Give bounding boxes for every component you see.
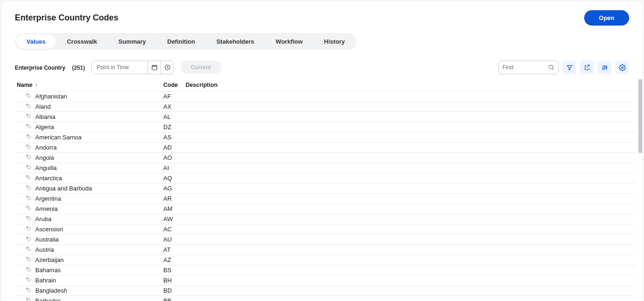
row-code: AT: [160, 245, 182, 255]
tag-icon: [26, 205, 32, 212]
table-row[interactable]: AnguillaAI: [15, 163, 636, 173]
table-row[interactable]: AngolaAO: [15, 153, 636, 163]
sort-asc-icon: ↑: [35, 82, 38, 88]
row-name: Algeria: [35, 124, 54, 131]
tag-icon: [26, 164, 32, 171]
svg-point-16: [27, 186, 28, 187]
clock-icon[interactable]: [161, 61, 174, 74]
svg-point-14: [27, 166, 28, 166]
tab-crosswalk[interactable]: Crosswalk: [57, 34, 107, 49]
table-row[interactable]: BahamasBS: [15, 265, 636, 275]
table-row[interactable]: American SamoaAS: [15, 132, 636, 143]
tag-icon: [26, 195, 32, 202]
table-row[interactable]: ArubaAW: [15, 214, 636, 224]
tab-workflow[interactable]: Workflow: [265, 34, 313, 49]
svg-point-19: [27, 217, 28, 217]
row-description: [182, 173, 636, 183]
row-code: AI: [160, 163, 182, 173]
tag-icon: [26, 297, 32, 301]
open-button[interactable]: Open: [584, 10, 629, 26]
row-name: Angola: [35, 154, 54, 161]
row-code: AG: [160, 183, 182, 194]
row-code: DZ: [160, 122, 182, 132]
row-description: [182, 183, 636, 194]
tab-values[interactable]: Values: [16, 34, 56, 49]
current-button[interactable]: Current: [180, 61, 221, 74]
tag-icon: [26, 93, 32, 100]
row-code: AO: [160, 153, 182, 163]
table-row[interactable]: ArgentinaAR: [15, 194, 636, 204]
table-row[interactable]: AlandAX: [15, 102, 636, 112]
row-description: [182, 122, 636, 132]
table-wrap: Name ↑ Code Description AfghanistanAFAla…: [2, 79, 642, 301]
row-code: AC: [160, 224, 182, 235]
svg-point-25: [27, 278, 28, 279]
row-name: Anguilla: [35, 164, 57, 171]
row-description: [182, 194, 636, 204]
table-row[interactable]: Antigua and BarbudaAG: [15, 183, 636, 194]
row-code: BB: [160, 296, 182, 301]
row-code: AD: [160, 143, 182, 153]
search-icon: [548, 64, 554, 71]
row-name: Aruba: [35, 216, 52, 222]
row-name: Barbados: [35, 297, 61, 301]
table-row[interactable]: BahrainBH: [15, 275, 636, 286]
table-row[interactable]: AfghanistanAF: [15, 92, 636, 102]
svg-point-24: [27, 268, 28, 268]
svg-point-13: [27, 156, 28, 156]
row-name: Bahamas: [35, 267, 61, 274]
col-header-code[interactable]: Code: [160, 79, 182, 92]
find-input[interactable]: [502, 64, 548, 71]
table-row[interactable]: BarbadosBB: [15, 296, 636, 301]
table-row[interactable]: AscensionAC: [15, 224, 636, 235]
row-description: [182, 275, 636, 286]
row-description: [182, 214, 636, 224]
row-name: Afghanistan: [35, 93, 67, 100]
entity-count: (251): [72, 65, 85, 71]
scrollbar[interactable]: [638, 79, 642, 153]
svg-point-11: [27, 135, 28, 136]
filter-button[interactable]: [562, 60, 576, 74]
table-row[interactable]: AzerbaijanAZ: [15, 255, 636, 265]
svg-point-2: [549, 65, 553, 69]
col-header-description[interactable]: Description: [182, 79, 636, 92]
table-row[interactable]: AntarcticaAQ: [15, 173, 636, 183]
tab-definition[interactable]: Definition: [157, 34, 206, 49]
svg-point-23: [27, 258, 28, 258]
find-box[interactable]: [498, 60, 559, 74]
tab-summary[interactable]: Summary: [108, 34, 156, 49]
tab-history[interactable]: History: [314, 34, 355, 49]
point-in-time-group: [91, 60, 174, 74]
tag-icon: [26, 216, 32, 222]
tag-icon: [26, 287, 32, 294]
table-row[interactable]: AustraliaAU: [15, 235, 636, 245]
table-row[interactable]: BangladeshBD: [15, 286, 636, 296]
filter-icon: [566, 64, 573, 71]
row-description: [182, 132, 636, 143]
sliders-icon: [601, 64, 608, 71]
export-icon: [584, 64, 591, 71]
row-description: [182, 296, 636, 301]
row-code: BS: [160, 265, 182, 275]
point-in-time-input[interactable]: [92, 61, 148, 74]
col-header-name[interactable]: Name ↑: [15, 79, 160, 92]
row-code: AW: [160, 214, 182, 224]
row-name: Aland: [35, 103, 51, 110]
table-row[interactable]: AlgeriaDZ: [15, 122, 636, 132]
calendar-icon[interactable]: [148, 61, 161, 74]
settings-button[interactable]: [615, 60, 629, 74]
tag-icon: [26, 277, 32, 284]
table-row[interactable]: AustriaAT: [15, 245, 636, 255]
tag-icon: [26, 134, 32, 141]
tag-icon: [26, 154, 32, 161]
table-row[interactable]: AlbaniaAL: [15, 112, 636, 122]
tag-icon: [26, 175, 32, 182]
svg-point-21: [27, 237, 28, 238]
export-button[interactable]: [580, 60, 594, 74]
columns-button[interactable]: [598, 60, 612, 74]
table-row[interactable]: AndorraAD: [15, 143, 636, 153]
tab-stakeholders[interactable]: Stakeholders: [206, 34, 264, 49]
page-title: Enterprise Country Codes: [15, 13, 118, 23]
table-row[interactable]: ArmeniaAM: [15, 204, 636, 214]
svg-point-3: [602, 68, 604, 69]
